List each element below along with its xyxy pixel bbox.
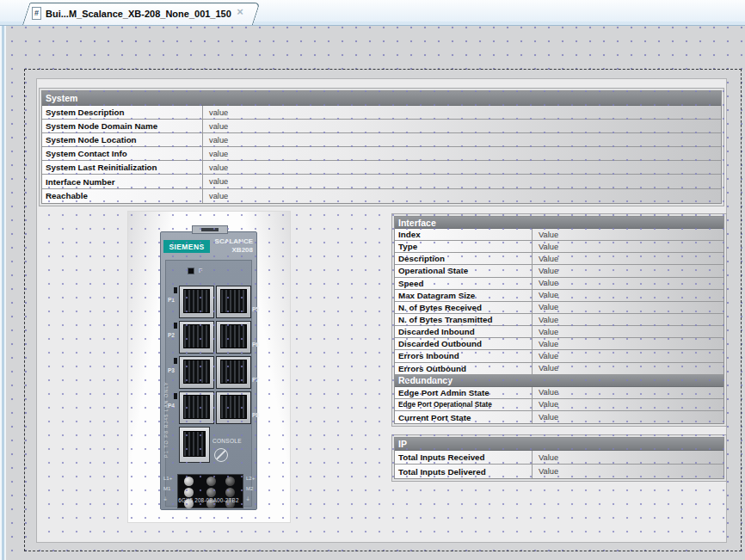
row-value: Value bbox=[533, 229, 723, 240]
terminal-screw bbox=[206, 488, 216, 497]
tab-title: Bui...M_Scalance_XB-208_None_001_150 bbox=[46, 3, 231, 25]
table-row: System Descriptionvalue bbox=[42, 106, 721, 120]
row-label: Operational State bbox=[395, 265, 533, 276]
power-label: L2+ bbox=[246, 476, 255, 481]
table-row: Interface Numbervalue bbox=[42, 175, 721, 188]
port-status-led bbox=[174, 393, 177, 399]
row-label: Total Inputs Received bbox=[395, 451, 533, 464]
port-label: P3 bbox=[168, 367, 175, 373]
table-row: Discarded OutboundValue bbox=[395, 338, 723, 350]
row-value: Value bbox=[533, 241, 723, 252]
editor-tab[interactable]: # Bui...M_Scalance_XB-208_None_001_150 × bbox=[17, 3, 253, 25]
port-status-led bbox=[174, 358, 177, 364]
side-label: P1 TO P8 RJ45 LAN ONLY bbox=[163, 363, 169, 458]
terminal-screw bbox=[206, 477, 216, 486]
row-value: Value bbox=[533, 363, 723, 374]
table-row: Operational StateValue bbox=[395, 265, 723, 277]
terminal-screw bbox=[184, 477, 194, 486]
fault-led bbox=[188, 268, 194, 274]
row-value: Value bbox=[533, 399, 723, 410]
row-value: Value bbox=[533, 411, 723, 423]
row-label: Reachable bbox=[42, 189, 203, 203]
no-symbol-icon bbox=[214, 448, 228, 462]
row-value: value bbox=[203, 120, 721, 132]
power-terminal bbox=[177, 474, 243, 508]
device-image[interactable]: SIEMENS SCALANCE XB208 F P1P5P2P6P3P7P4P… bbox=[127, 211, 291, 523]
power-label: M1 bbox=[163, 486, 170, 491]
row-value: Value bbox=[533, 253, 723, 264]
table-row: Current Port StateValue bbox=[395, 411, 723, 423]
row-label: Description bbox=[395, 253, 533, 264]
table-row: System Node Locationvalue bbox=[42, 133, 721, 147]
ip-table[interactable]: IPTotal Inputs ReceivedValueTotal Inputs… bbox=[391, 434, 727, 482]
row-value: value bbox=[203, 106, 721, 119]
close-icon[interactable]: × bbox=[233, 5, 247, 19]
power-label: M2 bbox=[246, 486, 253, 491]
row-value: value bbox=[203, 133, 721, 146]
port-status-led bbox=[174, 287, 177, 293]
row-label: N. of Bytes Received bbox=[395, 302, 533, 313]
row-value: Value bbox=[533, 314, 723, 325]
port-status-led bbox=[174, 323, 177, 329]
row-value: Value bbox=[533, 302, 723, 313]
row-label: System Description bbox=[42, 106, 203, 119]
row-label: System Last Reinitialization bbox=[42, 161, 203, 174]
row-label: Discarded Outbound bbox=[395, 338, 533, 349]
row-label: Errors Inbound bbox=[395, 350, 533, 361]
port-label: P6 bbox=[252, 342, 259, 348]
row-value: value bbox=[203, 175, 721, 188]
row-label: Type bbox=[395, 241, 533, 252]
row-value: Value bbox=[533, 451, 723, 464]
row-label: Total Inputs Delivered bbox=[395, 465, 533, 478]
system-section-header: System bbox=[42, 91, 721, 106]
table-row: N. of Bytes ReceivedValue bbox=[395, 302, 723, 314]
row-value: value bbox=[203, 147, 721, 160]
row-label: Max Datagram Size bbox=[395, 290, 533, 301]
port-label: P2 bbox=[168, 332, 175, 338]
table-row: Edge Port Operational StateValue bbox=[395, 399, 723, 411]
port-label: P1 bbox=[168, 297, 175, 303]
table-row: Reachablevalue bbox=[42, 189, 721, 203]
row-value: Value bbox=[533, 465, 723, 478]
row-label: Index bbox=[395, 229, 533, 240]
table-row: System Contact Infovalue bbox=[42, 147, 721, 161]
port-label: P4 bbox=[168, 403, 175, 409]
row-value: Value bbox=[533, 338, 723, 349]
rj45-port bbox=[216, 391, 251, 424]
rj45-port bbox=[179, 321, 214, 354]
table-row: TypeValue bbox=[395, 241, 723, 253]
row-value: Value bbox=[533, 387, 723, 398]
row-value: Value bbox=[533, 265, 723, 276]
console-port bbox=[179, 427, 210, 463]
interface-table[interactable]: InterfaceIndexValueTypeValueDescriptionV… bbox=[391, 213, 727, 427]
port-label: P5 bbox=[252, 306, 259, 312]
row-label: Edge Port Operational State bbox=[395, 399, 533, 410]
table-row: IndexValue bbox=[395, 229, 723, 241]
editor-canvas[interactable]: SystemSystem DescriptionvalueSystem Node… bbox=[0, 26, 745, 560]
system-table[interactable]: SystemSystem DescriptionvalueSystem Node… bbox=[39, 88, 724, 206]
table-row: Max Datagram SizeValue bbox=[395, 290, 723, 302]
row-label: System Node Domain Name bbox=[42, 120, 203, 132]
rj45-port bbox=[179, 356, 214, 389]
table-row: Errors InboundValue bbox=[395, 350, 723, 362]
table-row: Errors OutboundValue bbox=[395, 363, 723, 375]
table-row: Total Inputs DeliveredValue bbox=[395, 465, 723, 478]
rj45-port bbox=[179, 286, 214, 318]
rj45-port bbox=[179, 391, 214, 424]
table-row: N. of Bytes TransmittedValue bbox=[395, 314, 723, 326]
table-row: System Last Reinitializationvalue bbox=[42, 161, 721, 175]
terminal-screw bbox=[184, 488, 194, 497]
left-border-strip bbox=[0, 26, 6, 560]
console-label: CONSOLE bbox=[212, 438, 242, 444]
interface-section-header: Interface bbox=[395, 217, 723, 229]
row-label: Edge Port Admin State bbox=[395, 387, 533, 398]
table-row: System Node Domain Namevalue bbox=[42, 120, 721, 133]
power-label: L1+ bbox=[163, 476, 172, 481]
fault-led-label: F bbox=[199, 268, 202, 274]
row-label: N. of Bytes Transmitted bbox=[395, 314, 533, 325]
part-number: 6GK5 208-0BA00-2TB2 bbox=[161, 497, 256, 503]
scalance-switch: SIEMENS SCALANCE XB208 F P1P5P2P6P3P7P4P… bbox=[160, 231, 257, 510]
port-label: P8 bbox=[252, 412, 259, 418]
row-label: Errors Outbound bbox=[395, 363, 533, 374]
row-label: System Node Location bbox=[42, 133, 203, 146]
